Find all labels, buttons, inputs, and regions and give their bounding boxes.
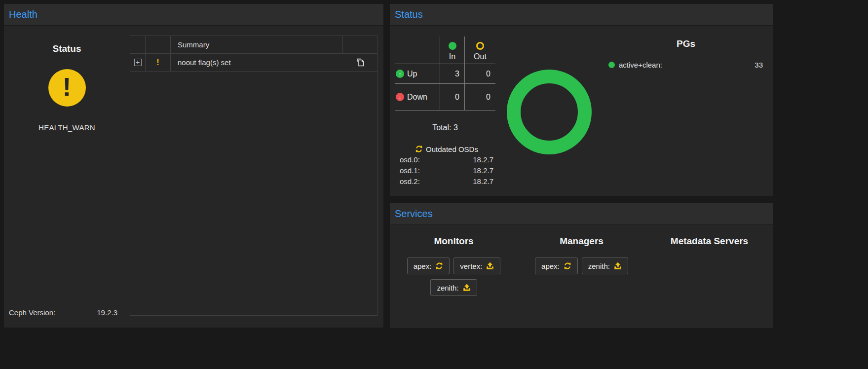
summary-cell: noout flag(s) set xyxy=(171,54,343,71)
health-status-heading: Status xyxy=(4,43,130,54)
ceph-version-label: Ceph Version: xyxy=(9,308,55,317)
health-panel: Health Status ! HEALTH_WARN Ceph Version… xyxy=(4,4,383,328)
out-ring-icon xyxy=(476,42,484,50)
osd-in-header: In xyxy=(440,37,465,64)
monitors-button-row: apex: vertex: xyxy=(407,258,501,274)
osd-down-in-value: 0 xyxy=(440,84,465,111)
managers-button-row: apex: zenith: xyxy=(535,258,628,274)
osd-up-label-cell: ↑ Up xyxy=(395,64,440,84)
out-header-label: Out xyxy=(474,52,487,61)
in-header-label: In xyxy=(449,52,455,61)
outdated-osds-title-row: Outdated OSDs xyxy=(400,144,493,154)
pgs-legend-row: active+clean: 33 xyxy=(608,59,763,70)
warning-summary-text: noout flag(s) set xyxy=(171,58,231,67)
refresh-icon xyxy=(415,145,423,153)
osd-name: osd.2: xyxy=(400,177,420,185)
osd-grid-corner-cell xyxy=(395,37,440,64)
health-state-value: HEALTH_WARN xyxy=(4,123,130,132)
health-warnings-table: Summary + ! noout flag(s) set xyxy=(130,36,377,316)
metadata-servers-column: Metadata Servers xyxy=(645,225,773,247)
health-panel-title: Health xyxy=(9,9,38,20)
osd-version: 18.2.7 xyxy=(473,155,493,164)
arrow-up-circle-icon: ↑ xyxy=(396,70,404,78)
service-button-mgr-apex[interactable]: apex: xyxy=(535,258,578,274)
expand-column-header xyxy=(130,36,146,53)
upload-icon xyxy=(463,284,471,292)
pgs-legend-label: active+clean: xyxy=(619,61,662,69)
arrow-down-circle-icon: ↓ xyxy=(396,93,404,101)
pgs-title: PGs xyxy=(612,38,760,49)
service-button-mon-vertex[interactable]: vertex: xyxy=(453,258,500,274)
osd-name: osd.1: xyxy=(400,166,420,175)
warning-table-row[interactable]: + ! noout flag(s) set xyxy=(130,54,377,72)
refresh-icon xyxy=(564,262,571,270)
expand-row-icon[interactable]: + xyxy=(134,59,142,66)
services-panel: Services Monitors apex: vertex: zenith: xyxy=(390,203,773,328)
service-button-mgr-zenith[interactable]: zenith: xyxy=(582,258,628,274)
health-warning-circle-icon: ! xyxy=(48,69,86,107)
outdated-osds-section: Outdated OSDs osd.0: 18.2.7 osd.1: 18.2.… xyxy=(400,144,493,186)
osd-total: Total: 3 xyxy=(395,123,495,132)
ceph-dashboard: Health Status ! HEALTH_WARN Ceph Version… xyxy=(0,0,868,369)
service-button-mon-zenith[interactable]: zenith: xyxy=(430,279,477,296)
exclamation-glyph: ! xyxy=(63,74,71,102)
health-panel-header: Health xyxy=(4,4,383,26)
osd-out-header: Out xyxy=(465,37,495,64)
actions-column-header xyxy=(343,36,377,53)
service-button-mon-apex[interactable]: apex: xyxy=(407,258,450,274)
copy-icon[interactable] xyxy=(355,58,365,68)
osd-inout-grid: In Out ↑ Up 3 0 ↓ Down 0 0 xyxy=(395,37,495,111)
warning-icon: ! xyxy=(156,58,159,67)
monitors-column: Monitors apex: vertex: zenith: xyxy=(390,225,518,296)
in-dot-icon xyxy=(449,42,456,50)
summary-column-header: Summary xyxy=(171,36,343,53)
warnings-table-header-row: Summary xyxy=(130,36,377,54)
services-panel-title: Services xyxy=(395,208,433,220)
down-label: Down xyxy=(407,93,427,102)
ceph-version-row: Ceph Version: 19.2.3 xyxy=(9,308,117,317)
pgs-donut-chart xyxy=(507,70,592,154)
ceph-version-value: 19.2.3 xyxy=(97,308,117,317)
monitors-button-row: zenith: xyxy=(430,279,477,296)
summary-header-label: Summary xyxy=(171,40,209,49)
upload-icon xyxy=(486,262,494,270)
up-label: Up xyxy=(407,70,417,78)
services-panel-header: Services xyxy=(390,203,773,225)
outdated-osd-row: osd.2: 18.2.7 xyxy=(400,176,493,186)
expand-cell: + xyxy=(130,54,146,71)
metadata-servers-heading: Metadata Servers xyxy=(671,236,748,247)
severity-column-header xyxy=(146,36,171,53)
monitors-heading: Monitors xyxy=(434,236,473,247)
outdated-osd-row: osd.1: 18.2.7 xyxy=(400,165,493,176)
osd-version: 18.2.7 xyxy=(473,166,493,175)
osd-name: osd.0: xyxy=(400,155,420,164)
osd-version: 18.2.7 xyxy=(473,177,493,185)
health-status-section: Status ! HEALTH_WARN Ceph Version: 19.2.… xyxy=(4,26,130,328)
status-panel: Status In Out ↑ Up 3 0 ↓ Down 0 xyxy=(390,4,773,196)
pgs-legend-value: 33 xyxy=(755,61,763,69)
managers-heading: Managers xyxy=(560,236,604,247)
outdated-osds-title: Outdated OSDs xyxy=(426,145,478,153)
status-panel-title: Status xyxy=(395,9,423,20)
managers-column: Managers apex: zenith: xyxy=(518,225,645,274)
severity-cell: ! xyxy=(146,54,171,71)
copy-cell xyxy=(343,54,377,71)
status-panel-header: Status xyxy=(390,4,773,26)
osd-up-in-value: 3 xyxy=(440,64,465,84)
legend-dot-icon xyxy=(608,62,615,68)
osd-down-out-value: 0 xyxy=(465,84,495,111)
outdated-osd-row: osd.0: 18.2.7 xyxy=(400,154,493,165)
refresh-icon xyxy=(435,262,443,270)
upload-icon xyxy=(614,262,622,270)
osd-up-out-value: 0 xyxy=(465,64,495,84)
osd-down-label-cell: ↓ Down xyxy=(395,84,440,111)
